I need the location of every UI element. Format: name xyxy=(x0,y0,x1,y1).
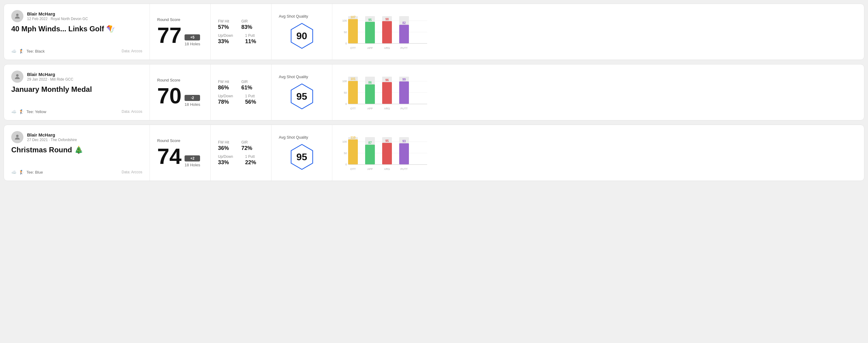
svg-text:ARG: ARG xyxy=(384,167,390,170)
person-icon xyxy=(14,133,21,141)
score-badge: +5 xyxy=(185,34,200,40)
fw-hit-label: FW Hit xyxy=(218,140,229,145)
svg-text:93: 93 xyxy=(402,139,406,143)
oneputt-value: 22% xyxy=(245,159,256,166)
tee-label: Tee: Blue xyxy=(26,170,43,175)
weather-icon: ☁️ xyxy=(11,109,17,114)
oneputt-value: 11% xyxy=(245,38,256,45)
svg-point-25 xyxy=(16,74,19,76)
svg-rect-9 xyxy=(348,19,358,43)
user-header: Blair McHarg 27 Dec 2021 · The Oxfordshi… xyxy=(11,131,142,143)
svg-text:101: 101 xyxy=(350,77,356,81)
svg-point-0 xyxy=(16,14,19,16)
score-holes: 18 Holes xyxy=(185,163,200,167)
gir-label: GIR xyxy=(241,140,252,145)
score-section: Round Score 77 +5 18 Holes xyxy=(150,4,211,60)
score-section: Round Score 70 -2 18 Holes xyxy=(150,64,211,120)
updown-label: Up/Down xyxy=(218,94,233,98)
gir-stat: GIR 72% xyxy=(241,140,252,151)
avatar xyxy=(11,70,23,83)
tee-info: ☁️ 🏌️ Tee: Yellow xyxy=(11,109,46,114)
hexagon: 90 xyxy=(288,22,316,50)
quality-label: Avg Shot Quality xyxy=(279,74,308,79)
svg-text:82: 82 xyxy=(402,21,406,24)
round-title: January Monthly Medal xyxy=(11,85,142,94)
score-label: Round Score xyxy=(157,17,203,22)
score-badge-group: -2 18 Holes xyxy=(185,95,200,107)
quality-section: Avg Shot Quality 95 xyxy=(272,64,332,120)
user-name: Blair McHarg xyxy=(27,72,73,77)
svg-text:PUTT: PUTT xyxy=(400,46,408,50)
chart-section: 100500107OTT95APP98ARG82PUTT xyxy=(332,4,864,60)
svg-text:APP: APP xyxy=(367,107,373,110)
svg-text:99: 99 xyxy=(402,77,406,81)
gir-value: 61% xyxy=(241,85,252,91)
weather-icon: ☁️ xyxy=(11,49,17,54)
stats-row-top: FW Hit 36% GIR 72% xyxy=(218,140,264,151)
user-info: Blair McHarg 29 Jan 2022 · Mill Ride GCC xyxy=(27,72,73,82)
fw-hit-stat: FW Hit 86% xyxy=(218,80,229,91)
svg-rect-34 xyxy=(348,81,358,104)
gir-stat: GIR 61% xyxy=(241,80,252,91)
fw-hit-value: 36% xyxy=(218,145,229,151)
oneputt-label: 1 Putt xyxy=(245,33,256,38)
svg-text:APP: APP xyxy=(367,167,373,170)
person-icon xyxy=(14,12,21,20)
svg-text:95: 95 xyxy=(385,139,389,142)
svg-text:OTT: OTT xyxy=(350,107,356,110)
tee-label: Tee: Black xyxy=(26,49,45,54)
oneputt-stat: 1 Putt 11% xyxy=(245,33,256,45)
svg-rect-46 xyxy=(399,81,409,104)
fw-hit-stat: FW Hit 36% xyxy=(218,140,229,151)
updown-value: 33% xyxy=(218,38,233,45)
score-badge: +2 xyxy=(185,155,200,161)
score-holes: 18 Holes xyxy=(185,42,200,46)
bag-icon: 🏌️ xyxy=(19,170,24,175)
card-left-section: Blair McHarg 12 Feb 2022 · Royal North D… xyxy=(4,4,150,60)
stats-section: FW Hit 86% GIR 61% Up/Down 78% 1 Putt 56… xyxy=(211,64,272,120)
stats-section: FW Hit 36% GIR 72% Up/Down 33% 1 Putt 22… xyxy=(211,125,272,181)
stats-row-bottom: Up/Down 33% 1 Putt 22% xyxy=(218,154,264,166)
svg-text:0: 0 xyxy=(345,102,347,105)
score-badge-group: +5 18 Holes xyxy=(185,34,200,46)
svg-rect-71 xyxy=(399,143,409,164)
score-label: Round Score xyxy=(157,138,203,143)
fw-hit-value: 57% xyxy=(218,24,229,30)
svg-text:98: 98 xyxy=(385,17,389,21)
svg-text:96: 96 xyxy=(385,79,389,82)
gir-label: GIR xyxy=(241,19,252,23)
data-source: Data: Arccos xyxy=(122,170,142,174)
round-title: 40 Mph Winds... Links Golf 🪁 xyxy=(11,25,142,33)
svg-text:50: 50 xyxy=(344,91,347,94)
hexagon-wrapper: 90 xyxy=(279,22,325,50)
data-source: Data: Arccos xyxy=(122,49,142,53)
card-left-section: Blair McHarg 27 Dec 2021 · The Oxfordshi… xyxy=(4,125,150,181)
round-card-round-1: Blair McHarg 12 Feb 2022 · Royal North D… xyxy=(4,4,864,60)
updown-value: 33% xyxy=(218,159,233,166)
score-main: 77 +5 18 Holes xyxy=(157,24,203,46)
user-header: Blair McHarg 29 Jan 2022 · Mill Ride GCC xyxy=(11,70,142,83)
person-icon xyxy=(14,73,21,80)
svg-text:ARG: ARG xyxy=(384,46,390,50)
stats-row-bottom: Up/Down 33% 1 Putt 11% xyxy=(218,33,264,45)
svg-rect-67 xyxy=(382,143,392,164)
hexagon-wrapper: 95 xyxy=(279,143,325,170)
tee-info: ☁️ 🏌️ Tee: Black xyxy=(11,49,45,54)
avatar xyxy=(11,131,23,143)
tee-label: Tee: Yellow xyxy=(26,110,46,114)
score-section: Round Score 74 +2 18 Holes xyxy=(150,125,211,181)
bag-icon: 🏌️ xyxy=(19,109,24,114)
score-main: 74 +2 18 Holes xyxy=(157,145,203,167)
svg-text:110: 110 xyxy=(350,136,356,139)
hexagon: 95 xyxy=(288,83,316,110)
user-date: 27 Dec 2021 · The Oxfordshire xyxy=(27,138,77,142)
quality-score: 90 xyxy=(297,30,307,42)
svg-text:50: 50 xyxy=(344,30,347,33)
oneputt-stat: 1 Putt 56% xyxy=(245,94,256,105)
bag-icon: 🏌️ xyxy=(19,49,24,54)
score-number: 74 xyxy=(157,145,182,167)
quality-label: Avg Shot Quality xyxy=(279,14,308,19)
score-badge: -2 xyxy=(185,95,200,101)
score-number: 70 xyxy=(157,85,182,107)
chart-section: 100500101OTT86APP96ARG99PUTT xyxy=(332,64,864,120)
